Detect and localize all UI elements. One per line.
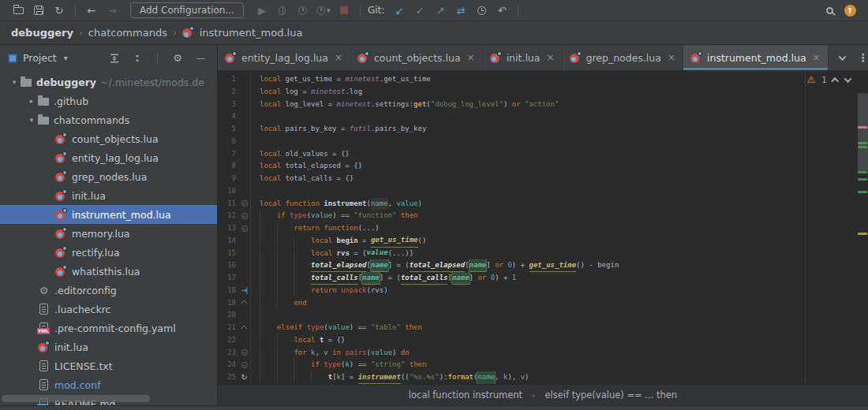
code-line-21[interactable]: 21elseif type(value) == "table" then (218, 322, 868, 334)
tree-item-memory-lua[interactable]: memory.lua (0, 224, 217, 243)
code-line-9[interactable]: 9local total_calls = {} (218, 173, 868, 185)
recursive-call-icon[interactable]: ↻ (238, 373, 250, 382)
code-line-11[interactable]: 11local function instrument(name, value) (218, 198, 868, 211)
code-line-19[interactable]: 19end (218, 297, 868, 310)
tree-item-editorconfig[interactable]: ⚙.editorconfig (0, 281, 217, 300)
caret-position-icon[interactable]: →| (238, 287, 250, 294)
tree-item-luacheckrc[interactable]: .luacheckrc (0, 300, 217, 319)
chevron-open-icon[interactable]: ▾ (8, 78, 21, 86)
fold-end-icon[interactable] (238, 326, 250, 330)
stripe-mark[interactable] (858, 191, 867, 193)
git-history-icon[interactable] (471, 2, 492, 19)
coverage-icon[interactable] (293, 2, 313, 19)
tree-item-debuggery[interactable]: ▾debuggery~/.minetest/mods.de (0, 73, 217, 91)
code-line-1[interactable]: 1local get_us_time = minetest.get_us_tim… (218, 73, 868, 86)
tab-entity-lag-log-lua[interactable]: entity_lag_log.lua× (218, 45, 350, 70)
sync-icon[interactable]: ↻ (49, 2, 69, 19)
code-line-10[interactable]: 10 (218, 185, 868, 198)
more-options-icon[interactable]: ⋮ (858, 51, 868, 64)
code-line-12[interactable]: 12if type(value) == "function" then (218, 210, 868, 222)
tree-item-init-lua[interactable]: init.lua (0, 337, 217, 356)
tree-item-init-lua[interactable]: init.lua (0, 186, 217, 205)
scrollbar-thumb[interactable] (858, 93, 868, 172)
code-line-15[interactable]: 15local rvs = {value(...)} (218, 248, 868, 260)
fold-collapse-icon[interactable] (238, 200, 250, 207)
tree-item-mod-conf[interactable]: mod.conf (0, 375, 217, 394)
fold-collapse-icon[interactable] (238, 349, 250, 356)
fold-collapse-icon[interactable] (238, 362, 250, 368)
code-line-4[interactable]: 4 (218, 110, 868, 123)
git-commit-icon[interactable]: ✓ (410, 2, 430, 19)
close-icon[interactable]: × (546, 52, 554, 63)
code-line-14[interactable]: 14local begin = get_us_time() (218, 235, 868, 248)
close-icon[interactable]: × (813, 52, 821, 63)
save-icon[interactable] (28, 2, 49, 19)
debug-icon[interactable] (272, 2, 293, 19)
stripe-mark[interactable] (858, 142, 867, 144)
tree-item-rectify-lua[interactable]: rectify.lua (0, 243, 217, 262)
tree-item-github[interactable]: ▸.github (0, 91, 217, 110)
chevron-down-icon[interactable]: ▾ (64, 54, 68, 62)
run-icon[interactable]: ▶ (252, 2, 272, 19)
code-line-17[interactable]: 17total_calls[name] = (total_calls[name]… (218, 272, 868, 285)
tree-item-count-objects-lua[interactable]: count_objects.lua (0, 129, 217, 148)
prev-issue-icon[interactable] (831, 76, 839, 84)
open-folder-icon[interactable] (8, 2, 28, 19)
code-line-25[interactable]: 25↻t[k] = instrument(("%s.%s"):format(na… (218, 371, 868, 384)
fold-collapse-icon[interactable] (238, 213, 250, 219)
expand-all-icon[interactable] (106, 50, 123, 67)
close-icon[interactable]: × (467, 52, 475, 63)
code-editor[interactable]: 1local get_us_time = minetest.get_us_tim… (218, 71, 868, 384)
code-line-7[interactable]: 7local old_values = {} (218, 148, 868, 161)
horizontal-scrollbar[interactable] (2, 395, 150, 402)
tree-item-chatcommands[interactable]: ▾chatcommands (0, 110, 217, 129)
profiler-icon[interactable]: ▾ (313, 2, 334, 19)
gear-icon[interactable]: ⚙ (169, 50, 186, 67)
add-configuration-button[interactable]: Add Configuration... (130, 2, 244, 18)
back-icon[interactable]: ← (81, 2, 102, 19)
stripe-mark[interactable] (858, 146, 867, 148)
git-merge-icon[interactable]: ⇄ (451, 2, 471, 19)
search-icon[interactable] (819, 2, 840, 19)
fold-end-icon[interactable] (238, 300, 250, 305)
panel-title[interactable]: Project (23, 52, 57, 64)
code-line-22[interactable]: 22local t = {} (218, 334, 868, 347)
code-line-23[interactable]: 23for k, v in pairs(value) do (218, 347, 868, 360)
stripe-mark[interactable] (858, 126, 867, 129)
code-line-13[interactable]: 13return function(...) (218, 222, 868, 235)
tab-grep-nodes-lua[interactable]: grep_nodes.lua× (563, 45, 683, 70)
breadcrumb-statement[interactable]: elseif type(value) == ... then (544, 390, 677, 401)
git-rollback-icon[interactable]: ↶ (492, 2, 512, 19)
tab-count-objects-lua[interactable]: count_objects.lua× (350, 45, 483, 70)
forward-icon[interactable]: → (102, 2, 122, 19)
tab-instrument-mod-lua[interactable]: instrument_mod.lua× (683, 45, 829, 70)
breadcrumb-function[interactable]: local function instrument (409, 390, 522, 401)
update-available-badge[interactable]: ↑ (840, 2, 860, 19)
chevron-closed-icon[interactable]: ▸ (25, 97, 38, 105)
git-push-icon[interactable]: ↗ (430, 2, 451, 19)
tree-item-instrument-mod-lua[interactable]: instrument_mod.lua (0, 205, 217, 224)
stripe-mark[interactable] (858, 171, 867, 173)
code-line-20[interactable]: 20 (218, 309, 868, 322)
code-line-6[interactable]: 6 (218, 136, 868, 148)
collapse-all-icon[interactable] (129, 50, 146, 67)
close-icon[interactable]: × (668, 52, 675, 63)
stop-icon[interactable] (334, 2, 354, 19)
code-line-5[interactable]: 5local pairs_by_key = futil.pairs_by_key (218, 123, 868, 136)
code-line-16[interactable]: 16total_elapsed[name] = (total_elapsed[n… (218, 259, 868, 272)
code-line-2[interactable]: 2local log = minetest.log (218, 86, 868, 99)
fold-collapse-icon[interactable] (238, 226, 250, 232)
tree-item-whatisthis-lua[interactable]: whatisthis.lua (0, 262, 217, 281)
hidden-tabs-chevron-icon[interactable] (838, 53, 846, 61)
git-update-icon[interactable]: ↙ (389, 2, 410, 19)
hide-panel-icon[interactable]: — (192, 50, 209, 67)
code-line-8[interactable]: 8local total_elapsed = {} (218, 160, 868, 173)
tree-item-entity-lag-log-lua[interactable]: entity_lag_log.lua (0, 148, 217, 167)
code-line-3[interactable]: 3local log_level = minetest.settings:get… (218, 99, 868, 111)
breadcrumb-project[interactable]: debuggery (11, 27, 73, 39)
tree-item-pre-commit-config-yaml[interactable]: YML.pre-commit-config.yaml (0, 319, 217, 337)
breadcrumb-file[interactable]: instrument_mod.lua (200, 27, 303, 39)
tree-item-grep-nodes-lua[interactable]: grep_nodes.lua (0, 167, 217, 186)
close-icon[interactable]: × (335, 52, 342, 63)
stripe-mark[interactable] (858, 233, 867, 235)
